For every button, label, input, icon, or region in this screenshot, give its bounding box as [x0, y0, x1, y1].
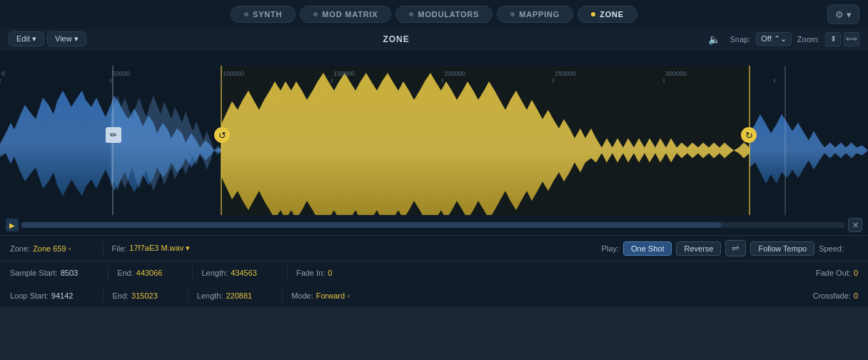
loop-icon-button[interactable]: ⇌ — [725, 240, 746, 256]
sample-start-label: Sample Start: — [10, 269, 58, 277]
toolbar-right: 🔈 Snap: Off ⌃⌄ Zoom: ⬍ ⟺ — [704, 32, 859, 46]
tab-mod-matrix[interactable]: MOD MATRIX — [300, 6, 391, 23]
svg-text:50000: 50000 — [112, 70, 130, 77]
length-section-1: Length: 434563 — [201, 269, 256, 277]
speaker-button[interactable]: 🔈 — [704, 32, 725, 46]
mode-value[interactable]: Forward ◦ — [316, 291, 350, 300]
loop-start-section: Loop Start: 94142 — [10, 291, 73, 300]
tab-modulators[interactable]: MODULATORS — [395, 6, 493, 23]
file-section: File: 17f7aE3 M.wav ▾ — [112, 244, 191, 253]
stats-row-2: Loop Start: 94142 End: 315023 Length: 22… — [0, 284, 868, 307]
divider-5 — [103, 289, 104, 303]
tab-mapping-label: MAPPING — [519, 10, 560, 19]
fade-in-section: Fade In: 0 — [296, 269, 332, 277]
fade-out-value[interactable]: 0 — [854, 269, 858, 277]
zone-section: Zone: Zone 659 ◦ — [10, 244, 71, 253]
sample-start-marker[interactable]: ✏ — [106, 127, 121, 143]
zoom-fit-button[interactable]: ⬍ — [825, 32, 841, 46]
length-label-1: Length: — [201, 269, 228, 277]
end-label-1: End: — [117, 269, 133, 277]
crossfade-value[interactable]: 0 — [854, 291, 858, 300]
end-value-2[interactable]: 315023 — [131, 291, 158, 300]
fade-in-label: Fade In: — [296, 269, 325, 277]
tab-mod-matrix-dot — [313, 12, 318, 16]
tab-mapping-dot — [510, 12, 515, 16]
mode-label: Mode: — [291, 291, 313, 300]
tab-synth[interactable]: SYNTH — [231, 6, 296, 23]
divider-1 — [103, 241, 104, 256]
mode-section: Mode: Forward ◦ — [291, 291, 350, 300]
zoom-icons: ⬍ ⟺ — [825, 32, 859, 46]
end-value-1[interactable]: 443066 — [136, 269, 163, 277]
loop-start-value[interactable]: 94142 — [51, 291, 74, 300]
tab-synth-label: SYNTH — [253, 10, 282, 19]
stats-row-1: Sample Start: 8503 End: 443066 Length: 4… — [0, 261, 868, 284]
tab-modulators-label: MODULATORS — [418, 10, 479, 19]
top-nav: SYNTH MOD MATRIX MODULATORS MAPPING ZONE… — [0, 0, 868, 29]
file-value[interactable]: 17f7aE3 M.wav ▾ — [129, 244, 190, 253]
divider-6 — [188, 289, 188, 303]
loop-start-label: Loop Start: — [10, 291, 49, 300]
snap-chevron: ⌃⌄ — [774, 34, 787, 43]
zone-value[interactable]: Zone 659 ◦ — [33, 244, 71, 253]
svg-text:150000: 150000 — [333, 70, 355, 77]
tab-zone[interactable]: ZONE — [577, 6, 637, 23]
zoom-out-button[interactable]: ⟺ — [844, 32, 859, 46]
length-value-1[interactable]: 434563 — [231, 269, 257, 277]
close-button[interactable]: ✕ — [848, 218, 862, 232]
scrollbar-thumb[interactable] — [21, 222, 722, 228]
svg-text:100000: 100000 — [223, 70, 244, 77]
tab-zone-label: ZONE — [600, 10, 624, 19]
edit-button[interactable]: Edit ▾ — [9, 31, 44, 46]
sample-start-value[interactable]: 8503 — [61, 269, 78, 277]
tab-synth-dot — [244, 12, 248, 16]
waveform-container: 0 50000 100000 150000 200000 250000 3000… — [0, 50, 868, 236]
length-section-2: Length: 220881 — [197, 291, 252, 300]
svg-text:250000: 250000 — [555, 70, 576, 77]
scroll-left-button[interactable]: ▶ — [6, 219, 19, 231]
loop-end-section: End: 315023 — [112, 291, 157, 300]
snap-value: Off — [761, 34, 771, 43]
follow-tempo-button[interactable]: Follow Tempo — [750, 241, 814, 256]
divider-2 — [108, 266, 108, 280]
end-section: End: 443066 — [117, 269, 162, 277]
crossfade-label: Crossfade: — [813, 291, 851, 300]
zone-label: Zone: — [10, 244, 30, 253]
speed-label: Speed: — [819, 244, 844, 253]
snap-label: Snap: — [730, 35, 751, 44]
svg-text:300000: 300000 — [665, 70, 687, 77]
info-bar: Zone: Zone 659 ◦ File: 17f7aE3 M.wav ▾ P… — [0, 236, 868, 261]
reverse-button[interactable]: Reverse — [676, 241, 721, 256]
fade-in-value[interactable]: 0 — [328, 269, 332, 277]
scrollbar-track[interactable] — [21, 222, 845, 228]
waveform-svg: 0 50000 100000 150000 200000 250000 3000… — [0, 66, 868, 235]
tab-zone-dot — [591, 12, 595, 16]
one-shot-button[interactable]: One Shot — [623, 241, 672, 256]
file-label: File: — [112, 244, 127, 253]
zoom-label: Zoom: — [797, 35, 819, 44]
sample-start-section: Sample Start: 8503 — [10, 269, 78, 277]
divider-3 — [192, 266, 193, 280]
play-section: Play: One Shot Reverse ⇌ Follow Tempo Sp… — [602, 240, 844, 256]
view-button[interactable]: View ▾ — [47, 31, 86, 46]
toolbar-title: ZONE — [89, 34, 704, 44]
end-label-2: End: — [112, 291, 128, 300]
tab-modulators-dot — [409, 12, 413, 16]
toolbar: Edit ▾ View ▾ ZONE 🔈 Snap: Off ⌃⌄ Zoom: … — [0, 29, 868, 50]
tab-mod-matrix-label: MOD MATRIX — [322, 10, 378, 19]
length-value-2[interactable]: 220881 — [226, 291, 252, 300]
loop-start-marker[interactable]: ↺ — [214, 127, 230, 143]
divider-7 — [282, 289, 283, 303]
play-label: Play: — [602, 244, 619, 253]
snap-select[interactable]: Off ⌃⌄ — [756, 32, 792, 46]
svg-text:0: 0 — [1, 70, 5, 77]
fade-out-label: Fade Out: — [816, 269, 851, 277]
divider-4 — [287, 266, 288, 280]
length-label-2: Length: — [197, 291, 223, 300]
svg-text:200000: 200000 — [444, 70, 465, 77]
tab-mapping[interactable]: MAPPING — [497, 6, 573, 23]
scrollbar-area: ▶ ✕ — [0, 215, 868, 235]
gear-button[interactable]: ⚙ ▾ — [827, 5, 859, 24]
loop-end-marker[interactable]: ↻ — [741, 127, 757, 143]
